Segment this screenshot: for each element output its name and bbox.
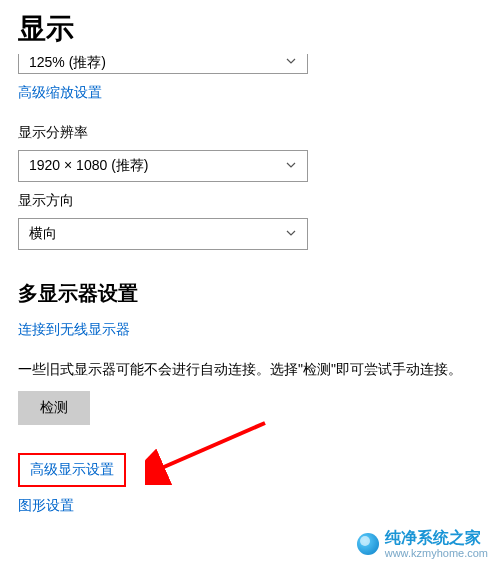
watermark: 纯净系统之家 www.kzmyhome.com <box>357 528 488 559</box>
resolution-value: 1920 × 1080 (推荐) <box>29 157 148 175</box>
chevron-down-icon <box>285 226 297 242</box>
resolution-label: 显示分辨率 <box>18 124 482 142</box>
resolution-dropdown[interactable]: 1920 × 1080 (推荐) <box>18 150 308 182</box>
advanced-scale-link[interactable]: 高级缩放设置 <box>18 84 102 102</box>
detect-description: 一些旧式显示器可能不会进行自动连接。选择"检测"即可尝试手动连接。 <box>18 361 482 379</box>
chevron-down-icon <box>285 158 297 174</box>
logo-icon <box>357 533 379 555</box>
orientation-value: 横向 <box>29 225 57 243</box>
advanced-display-link[interactable]: 高级显示设置 <box>30 461 114 479</box>
detect-button[interactable]: 检测 <box>18 391 90 425</box>
watermark-name: 纯净系统之家 <box>385 529 481 546</box>
page-title: 显示 <box>18 10 482 48</box>
wireless-display-link[interactable]: 连接到无线显示器 <box>18 321 130 339</box>
arrow-annotation <box>145 415 275 485</box>
highlight-annotation: 高级显示设置 <box>18 453 126 487</box>
svg-line-1 <box>157 423 265 470</box>
scale-value: 125% (推荐) <box>29 54 106 72</box>
orientation-dropdown[interactable]: 横向 <box>18 218 308 250</box>
multi-display-title: 多显示器设置 <box>18 280 482 307</box>
graphics-settings-link[interactable]: 图形设置 <box>18 497 74 515</box>
chevron-down-icon <box>285 54 297 70</box>
watermark-url: www.kzmyhome.com <box>385 547 488 559</box>
orientation-label: 显示方向 <box>18 192 482 210</box>
scale-dropdown[interactable]: 125% (推荐) <box>18 54 308 74</box>
